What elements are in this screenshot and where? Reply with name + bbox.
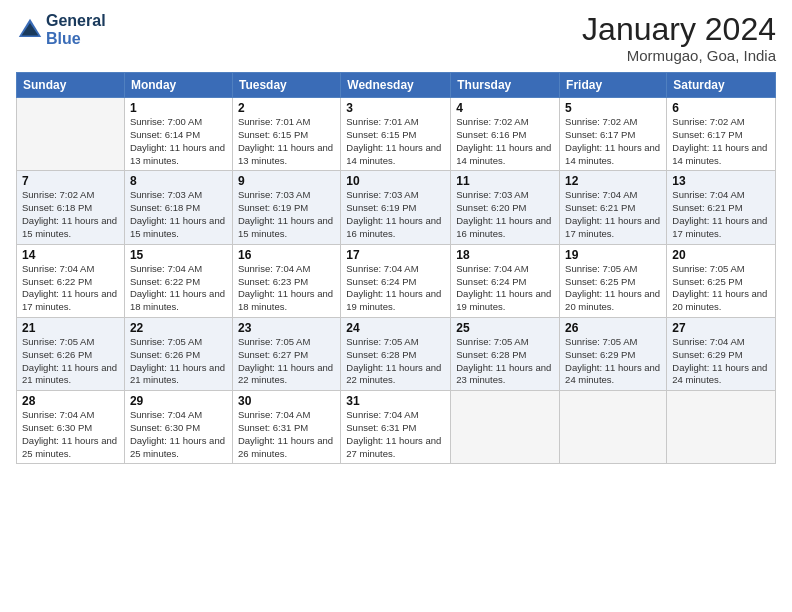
table-row: 27Sunrise: 7:04 AMSunset: 6:29 PMDayligh… — [667, 317, 776, 390]
table-row: 26Sunrise: 7:05 AMSunset: 6:29 PMDayligh… — [560, 317, 667, 390]
col-tuesday: Tuesday — [232, 73, 340, 98]
calendar-table: Sunday Monday Tuesday Wednesday Thursday… — [16, 72, 776, 464]
day-number: 23 — [238, 321, 335, 335]
table-row: 28Sunrise: 7:04 AMSunset: 6:30 PMDayligh… — [17, 391, 125, 464]
location-subtitle: Mormugao, Goa, India — [582, 47, 776, 64]
day-number: 13 — [672, 174, 770, 188]
table-row: 10Sunrise: 7:03 AMSunset: 6:19 PMDayligh… — [341, 171, 451, 244]
day-info: Sunrise: 7:05 AMSunset: 6:29 PMDaylight:… — [565, 336, 661, 387]
table-row: 18Sunrise: 7:04 AMSunset: 6:24 PMDayligh… — [451, 244, 560, 317]
logo: General Blue — [16, 12, 106, 47]
day-info: Sunrise: 7:05 AMSunset: 6:25 PMDaylight:… — [672, 263, 770, 314]
day-info: Sunrise: 7:02 AMSunset: 6:17 PMDaylight:… — [565, 116, 661, 167]
table-row: 21Sunrise: 7:05 AMSunset: 6:26 PMDayligh… — [17, 317, 125, 390]
table-row: 23Sunrise: 7:05 AMSunset: 6:27 PMDayligh… — [232, 317, 340, 390]
day-number: 10 — [346, 174, 445, 188]
col-monday: Monday — [124, 73, 232, 98]
day-info: Sunrise: 7:04 AMSunset: 6:21 PMDaylight:… — [672, 189, 770, 240]
table-row: 22Sunrise: 7:05 AMSunset: 6:26 PMDayligh… — [124, 317, 232, 390]
calendar-week-row: 21Sunrise: 7:05 AMSunset: 6:26 PMDayligh… — [17, 317, 776, 390]
table-row: 14Sunrise: 7:04 AMSunset: 6:22 PMDayligh… — [17, 244, 125, 317]
day-info: Sunrise: 7:04 AMSunset: 6:29 PMDaylight:… — [672, 336, 770, 387]
day-info: Sunrise: 7:02 AMSunset: 6:16 PMDaylight:… — [456, 116, 554, 167]
calendar-week-row: 28Sunrise: 7:04 AMSunset: 6:30 PMDayligh… — [17, 391, 776, 464]
calendar-week-row: 14Sunrise: 7:04 AMSunset: 6:22 PMDayligh… — [17, 244, 776, 317]
day-info: Sunrise: 7:04 AMSunset: 6:30 PMDaylight:… — [130, 409, 227, 460]
day-number: 29 — [130, 394, 227, 408]
table-row: 6Sunrise: 7:02 AMSunset: 6:17 PMDaylight… — [667, 98, 776, 171]
table-row: 11Sunrise: 7:03 AMSunset: 6:20 PMDayligh… — [451, 171, 560, 244]
table-row — [560, 391, 667, 464]
logo-text-general: General — [46, 12, 106, 30]
day-number: 20 — [672, 248, 770, 262]
day-number: 15 — [130, 248, 227, 262]
day-info: Sunrise: 7:05 AMSunset: 6:28 PMDaylight:… — [456, 336, 554, 387]
table-row: 1Sunrise: 7:00 AMSunset: 6:14 PMDaylight… — [124, 98, 232, 171]
day-info: Sunrise: 7:04 AMSunset: 6:30 PMDaylight:… — [22, 409, 119, 460]
table-row: 17Sunrise: 7:04 AMSunset: 6:24 PMDayligh… — [341, 244, 451, 317]
day-info: Sunrise: 7:04 AMSunset: 6:24 PMDaylight:… — [346, 263, 445, 314]
day-info: Sunrise: 7:04 AMSunset: 6:24 PMDaylight:… — [456, 263, 554, 314]
table-row: 8Sunrise: 7:03 AMSunset: 6:18 PMDaylight… — [124, 171, 232, 244]
logo-text-blue: Blue — [46, 30, 106, 48]
day-number: 3 — [346, 101, 445, 115]
table-row: 5Sunrise: 7:02 AMSunset: 6:17 PMDaylight… — [560, 98, 667, 171]
day-number: 19 — [565, 248, 661, 262]
day-info: Sunrise: 7:00 AMSunset: 6:14 PMDaylight:… — [130, 116, 227, 167]
day-info: Sunrise: 7:04 AMSunset: 6:23 PMDaylight:… — [238, 263, 335, 314]
day-number: 6 — [672, 101, 770, 115]
day-info: Sunrise: 7:04 AMSunset: 6:22 PMDaylight:… — [22, 263, 119, 314]
table-row: 4Sunrise: 7:02 AMSunset: 6:16 PMDaylight… — [451, 98, 560, 171]
day-info: Sunrise: 7:05 AMSunset: 6:26 PMDaylight:… — [22, 336, 119, 387]
day-info: Sunrise: 7:04 AMSunset: 6:31 PMDaylight:… — [238, 409, 335, 460]
day-number: 30 — [238, 394, 335, 408]
table-row — [667, 391, 776, 464]
col-wednesday: Wednesday — [341, 73, 451, 98]
day-number: 5 — [565, 101, 661, 115]
day-number: 25 — [456, 321, 554, 335]
day-number: 26 — [565, 321, 661, 335]
month-title: January 2024 — [582, 12, 776, 47]
table-row: 25Sunrise: 7:05 AMSunset: 6:28 PMDayligh… — [451, 317, 560, 390]
day-info: Sunrise: 7:02 AMSunset: 6:17 PMDaylight:… — [672, 116, 770, 167]
title-area: January 2024 Mormugao, Goa, India — [582, 12, 776, 64]
col-friday: Friday — [560, 73, 667, 98]
table-row: 29Sunrise: 7:04 AMSunset: 6:30 PMDayligh… — [124, 391, 232, 464]
day-number: 1 — [130, 101, 227, 115]
day-number: 4 — [456, 101, 554, 115]
table-row: 12Sunrise: 7:04 AMSunset: 6:21 PMDayligh… — [560, 171, 667, 244]
day-number: 31 — [346, 394, 445, 408]
day-info: Sunrise: 7:02 AMSunset: 6:18 PMDaylight:… — [22, 189, 119, 240]
day-number: 17 — [346, 248, 445, 262]
table-row: 19Sunrise: 7:05 AMSunset: 6:25 PMDayligh… — [560, 244, 667, 317]
day-number: 8 — [130, 174, 227, 188]
day-info: Sunrise: 7:05 AMSunset: 6:27 PMDaylight:… — [238, 336, 335, 387]
calendar-week-row: 7Sunrise: 7:02 AMSunset: 6:18 PMDaylight… — [17, 171, 776, 244]
day-number: 27 — [672, 321, 770, 335]
header: General Blue January 2024 Mormugao, Goa,… — [16, 12, 776, 64]
day-info: Sunrise: 7:05 AMSunset: 6:28 PMDaylight:… — [346, 336, 445, 387]
day-info: Sunrise: 7:05 AMSunset: 6:25 PMDaylight:… — [565, 263, 661, 314]
day-info: Sunrise: 7:03 AMSunset: 6:18 PMDaylight:… — [130, 189, 227, 240]
day-info: Sunrise: 7:04 AMSunset: 6:22 PMDaylight:… — [130, 263, 227, 314]
day-number: 28 — [22, 394, 119, 408]
table-row — [17, 98, 125, 171]
day-info: Sunrise: 7:04 AMSunset: 6:21 PMDaylight:… — [565, 189, 661, 240]
table-row: 7Sunrise: 7:02 AMSunset: 6:18 PMDaylight… — [17, 171, 125, 244]
page: General Blue January 2024 Mormugao, Goa,… — [0, 0, 792, 612]
table-row: 20Sunrise: 7:05 AMSunset: 6:25 PMDayligh… — [667, 244, 776, 317]
day-info: Sunrise: 7:03 AMSunset: 6:19 PMDaylight:… — [346, 189, 445, 240]
day-info: Sunrise: 7:01 AMSunset: 6:15 PMDaylight:… — [238, 116, 335, 167]
day-number: 14 — [22, 248, 119, 262]
col-saturday: Saturday — [667, 73, 776, 98]
day-number: 11 — [456, 174, 554, 188]
day-info: Sunrise: 7:05 AMSunset: 6:26 PMDaylight:… — [130, 336, 227, 387]
calendar-week-row: 1Sunrise: 7:00 AMSunset: 6:14 PMDaylight… — [17, 98, 776, 171]
table-row: 24Sunrise: 7:05 AMSunset: 6:28 PMDayligh… — [341, 317, 451, 390]
table-row: 30Sunrise: 7:04 AMSunset: 6:31 PMDayligh… — [232, 391, 340, 464]
col-sunday: Sunday — [17, 73, 125, 98]
table-row: 15Sunrise: 7:04 AMSunset: 6:22 PMDayligh… — [124, 244, 232, 317]
table-row: 31Sunrise: 7:04 AMSunset: 6:31 PMDayligh… — [341, 391, 451, 464]
day-number: 22 — [130, 321, 227, 335]
day-number: 18 — [456, 248, 554, 262]
